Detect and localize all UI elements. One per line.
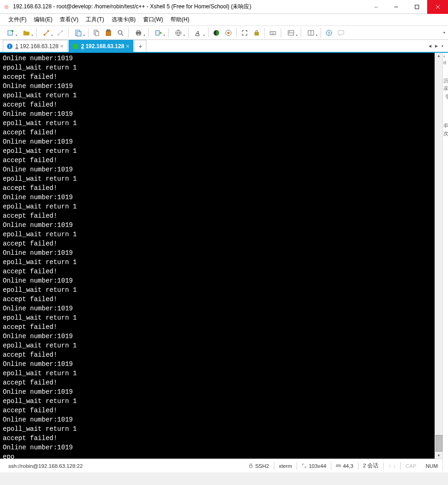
- tab-scroll-right-icon[interactable]: ▶: [434, 44, 439, 48]
- lock-button[interactable]: [251, 27, 262, 38]
- arrow-down-icon[interactable]: ↓: [393, 463, 396, 469]
- layout-vertical-button[interactable]: ▾: [303, 27, 318, 38]
- terminal-scrollbar[interactable]: ▲ ▼: [435, 53, 442, 459]
- ruler-icon: [336, 463, 341, 468]
- toolbar-separator: [148, 28, 149, 38]
- cursor-position: 44,3: [331, 463, 358, 469]
- tab-scroll-controls: ◀ ▶ ▾: [428, 40, 444, 52]
- session-tab-2[interactable]: 2 192.168.63.128 ×: [69, 40, 133, 52]
- new-session-button[interactable]: ▾: [3, 27, 18, 38]
- encoding-button[interactable]: ▾: [171, 27, 186, 38]
- layout-horizontal-button[interactable]: ▾: [284, 27, 298, 38]
- background-window-sliver: ‹ri沂乑刂丯次: [442, 53, 448, 471]
- session-count: 2 会话: [359, 462, 384, 469]
- app-icon: [3, 3, 10, 11]
- menu-file[interactable]: 文件(F): [5, 15, 30, 25]
- menu-help[interactable]: 帮助(H): [167, 15, 193, 25]
- print-button[interactable]: ▾: [131, 27, 146, 38]
- svg-rect-1: [415, 5, 419, 9]
- window-title: 192.168.63.128 - root@develop: /home/rob…: [13, 3, 367, 11]
- size-label: 103x44: [309, 463, 326, 469]
- find-button[interactable]: [115, 27, 126, 38]
- session-tab-bar: ! 1 192.168.63.128 × 2 192.168.63.128 × …: [0, 40, 448, 53]
- feedback-button[interactable]: [335, 27, 347, 38]
- status-bar: ssh://robin@192.168.63.128:22 SSH2 xterm…: [0, 459, 448, 472]
- add-tab-button[interactable]: +: [134, 40, 146, 52]
- protocol-status: SSH2: [244, 463, 274, 469]
- close-tab-icon[interactable]: ×: [126, 43, 129, 50]
- svg-rect-12: [107, 30, 110, 31]
- svg-rect-15: [137, 31, 140, 32]
- svg-point-5: [57, 34, 59, 36]
- toolbar: ▾ ▾ ▾ ▾ ▾ ▾ ▾ A▾ ▾ ▾ ? ▾: [0, 26, 448, 40]
- arrow-up-icon[interactable]: ↑: [388, 463, 391, 469]
- terminal-output[interactable]: Online number:1019 epoll_wait return 1 a…: [0, 53, 442, 459]
- title-bar: 192.168.63.128 - root@develop: /home/rob…: [0, 0, 448, 14]
- reconnect-button[interactable]: ▾: [39, 27, 54, 38]
- paste-button[interactable]: [103, 27, 114, 38]
- resize-icon: [302, 463, 307, 468]
- properties-button[interactable]: ▾: [71, 27, 86, 38]
- toolbar-separator: [236, 28, 237, 38]
- svg-point-6: [61, 30, 63, 32]
- toolbar-separator: [168, 28, 169, 38]
- menu-tabs[interactable]: 选项卡(B): [108, 15, 139, 25]
- svg-rect-17: [156, 31, 159, 35]
- toolbar-separator: [68, 28, 69, 38]
- color-scheme-button[interactable]: [211, 27, 222, 38]
- disconnect-button[interactable]: [55, 27, 66, 38]
- caps-indicator: CAP: [401, 463, 421, 469]
- tab-menu-icon[interactable]: ▾: [441, 44, 444, 48]
- svg-point-22: [227, 31, 230, 34]
- toolbar-separator: [88, 28, 88, 38]
- svg-point-26: [289, 31, 290, 32]
- highlight-button[interactable]: [223, 27, 234, 38]
- keyboard-button[interactable]: [267, 27, 278, 38]
- resize-handle-icon[interactable]: ↔: [367, 4, 385, 10]
- toolbar-separator: [36, 28, 37, 38]
- scroll-up-icon[interactable]: ▲: [437, 53, 441, 59]
- maximize-button[interactable]: [406, 0, 427, 14]
- minimize-button[interactable]: [385, 0, 406, 14]
- terminal-viewport: Online number:1019 epoll_wait return 1 a…: [0, 53, 442, 459]
- close-button[interactable]: [427, 0, 448, 14]
- help-button[interactable]: ?: [323, 27, 334, 38]
- menu-edit[interactable]: 编辑(E): [30, 15, 56, 25]
- toolbar-separator: [265, 28, 265, 38]
- close-tab-icon[interactable]: ×: [60, 43, 63, 50]
- menu-tools[interactable]: 工具(T): [82, 15, 107, 25]
- transfer-button[interactable]: ▾: [151, 27, 166, 38]
- svg-rect-23: [255, 32, 259, 35]
- open-folder-button[interactable]: ▾: [19, 27, 34, 38]
- tab-scroll-left-icon[interactable]: ◀: [428, 44, 432, 48]
- toolbar-separator: [281, 28, 281, 38]
- info-icon: !: [7, 44, 13, 49]
- scroll-arrows: ↑ ↓: [384, 463, 400, 469]
- toolbar-overflow-icon[interactable]: ▾: [443, 31, 445, 35]
- svg-rect-30: [249, 466, 252, 468]
- scroll-down-icon[interactable]: ▼: [437, 453, 441, 459]
- session-tab-1[interactable]: ! 1 192.168.63.128 ×: [3, 40, 68, 52]
- toolbar-separator: [188, 28, 189, 38]
- tab-index: 1: [15, 43, 19, 50]
- toolbar-separator: [301, 28, 301, 38]
- protocol-label: SSH2: [255, 463, 269, 469]
- position-label: 44,3: [343, 463, 353, 469]
- fullscreen-button[interactable]: [239, 27, 250, 38]
- copy-button[interactable]: [91, 27, 102, 38]
- menu-window[interactable]: 窗口(W): [139, 15, 167, 25]
- svg-point-4: [44, 34, 45, 36]
- scrollbar-thumb[interactable]: [435, 435, 442, 452]
- svg-rect-8: [77, 31, 81, 36]
- connected-icon: [73, 44, 78, 49]
- svg-rect-16: [137, 34, 140, 35]
- menu-bar: 文件(F) 编辑(E) 查看(V) 工具(T) 选项卡(B) 窗口(W) 帮助(…: [0, 14, 448, 26]
- toolbar-separator: [321, 28, 321, 38]
- menu-view[interactable]: 查看(V): [56, 15, 82, 25]
- font-button[interactable]: A▾: [191, 27, 206, 38]
- toolbar-separator: [208, 28, 208, 38]
- svg-text:?: ?: [328, 31, 330, 36]
- svg-rect-11: [106, 31, 111, 36]
- terminal-type: xterm: [274, 463, 297, 469]
- num-indicator: NUM: [421, 463, 442, 469]
